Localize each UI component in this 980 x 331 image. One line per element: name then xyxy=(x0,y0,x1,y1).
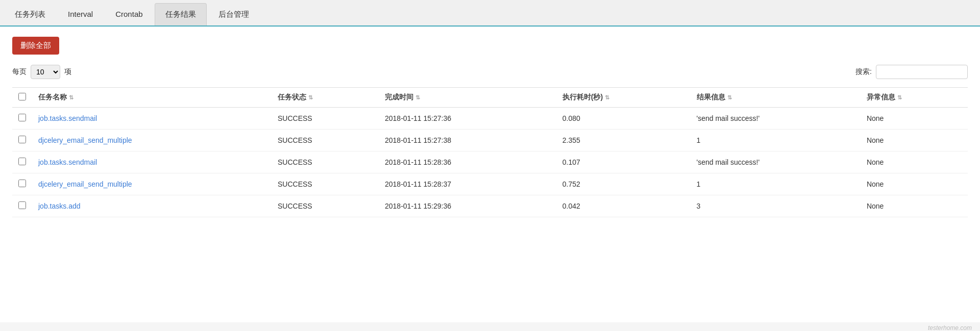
main-content: 删除全部 每页 102550100 项 搜索: 任务名称⇅任务状态⇅完成时间⇅执… xyxy=(0,27,980,322)
table-row: djcelery_email_send_multipleSUCCESS2018-… xyxy=(12,130,968,151)
row-checkbox-3[interactable] xyxy=(18,180,26,187)
table-row: job.tasks.addSUCCESS2018-01-11 15:29:360… xyxy=(12,195,968,217)
search-label: 搜索: xyxy=(855,67,872,77)
row-checkbox-4[interactable] xyxy=(18,201,26,209)
exception-info-1: None xyxy=(861,130,968,151)
exec-duration-0: 0.080 xyxy=(556,108,691,130)
col-header-exception-info[interactable]: 异常信息⇅ xyxy=(861,88,968,108)
exec-duration-2: 0.107 xyxy=(556,151,691,173)
sort-icon-exception-info[interactable]: ⇅ xyxy=(897,94,902,101)
result-info-4: 3 xyxy=(691,195,861,217)
row-checkbox-2[interactable] xyxy=(18,158,26,165)
sort-icon-task-status[interactable]: ⇅ xyxy=(308,94,313,101)
complete-time-1: 2018-01-11 15:27:38 xyxy=(379,130,556,151)
complete-time-0: 2018-01-11 15:27:36 xyxy=(379,108,556,130)
search-input[interactable] xyxy=(876,65,968,79)
col-header-checkbox xyxy=(12,88,32,108)
results-table: 任务名称⇅任务状态⇅完成时间⇅执行耗时(秒)⇅结果信息⇅异常信息⇅ job.ta… xyxy=(12,87,968,217)
exception-info-0: None xyxy=(861,108,968,130)
sort-icon-task-name[interactable]: ⇅ xyxy=(69,94,74,101)
per-page-select[interactable]: 102550100 xyxy=(31,65,60,79)
exception-info-2: None xyxy=(861,151,968,173)
task-name-link-2[interactable]: job.tasks.sendmail xyxy=(38,158,97,166)
result-info-0: 'send mail success!' xyxy=(691,108,861,130)
col-header-task-name[interactable]: 任务名称⇅ xyxy=(32,88,272,108)
table-body: job.tasks.sendmailSUCCESS2018-01-11 15:2… xyxy=(12,108,968,217)
col-header-result-info[interactable]: 结果信息⇅ xyxy=(691,88,861,108)
table-row: job.tasks.sendmailSUCCESS2018-01-11 15:2… xyxy=(12,108,968,130)
exec-duration-1: 2.355 xyxy=(556,130,691,151)
exception-info-3: None xyxy=(861,173,968,195)
row-checkbox-0[interactable] xyxy=(18,114,26,121)
complete-time-4: 2018-01-11 15:29:36 xyxy=(379,195,556,217)
col-header-complete-time[interactable]: 完成时间⇅ xyxy=(379,88,556,108)
complete-time-3: 2018-01-11 15:28:37 xyxy=(379,173,556,195)
exception-info-4: None xyxy=(861,195,968,217)
row-checkbox-1[interactable] xyxy=(18,136,26,143)
task-status-2: SUCCESS xyxy=(272,151,379,173)
per-page-suffix: 项 xyxy=(64,67,71,77)
table-row: djcelery_email_send_multipleSUCCESS2018-… xyxy=(12,173,968,195)
table-row: job.tasks.sendmailSUCCESS2018-01-11 15:2… xyxy=(12,151,968,173)
exec-duration-3: 0.752 xyxy=(556,173,691,195)
task-name-link-4[interactable]: job.tasks.add xyxy=(38,202,81,210)
task-name-link-1[interactable]: djcelery_email_send_multiple xyxy=(38,136,132,144)
controls-row: 每页 102550100 项 搜索: xyxy=(12,65,968,79)
task-status-1: SUCCESS xyxy=(272,130,379,151)
task-status-0: SUCCESS xyxy=(272,108,379,130)
tab-task-list[interactable]: 任务列表 xyxy=(4,3,56,26)
result-info-1: 1 xyxy=(691,130,861,151)
col-header-exec-duration[interactable]: 执行耗时(秒)⇅ xyxy=(556,88,691,108)
tab-bar: 任务列表IntervalCrontab任务结果后台管理 xyxy=(0,0,980,27)
watermark: testerhome.com xyxy=(0,322,980,331)
task-status-3: SUCCESS xyxy=(272,173,379,195)
tab-backend-mgmt[interactable]: 后台管理 xyxy=(208,3,260,26)
sort-icon-exec-duration[interactable]: ⇅ xyxy=(605,94,609,101)
sort-icon-complete-time[interactable]: ⇅ xyxy=(415,94,420,101)
delete-all-button[interactable]: 删除全部 xyxy=(12,37,59,55)
task-status-4: SUCCESS xyxy=(272,195,379,217)
complete-time-2: 2018-01-11 15:28:36 xyxy=(379,151,556,173)
sort-icon-result-info[interactable]: ⇅ xyxy=(727,94,732,101)
tab-crontab[interactable]: Crontab xyxy=(105,3,153,26)
tab-interval[interactable]: Interval xyxy=(57,3,104,26)
col-header-task-status[interactable]: 任务状态⇅ xyxy=(272,88,379,108)
task-name-link-3[interactable]: djcelery_email_send_multiple xyxy=(38,180,132,188)
result-info-3: 1 xyxy=(691,173,861,195)
result-info-2: 'send mail success!' xyxy=(691,151,861,173)
tab-task-result[interactable]: 任务结果 xyxy=(155,3,207,26)
select-all-checkbox[interactable] xyxy=(18,93,26,100)
exec-duration-4: 0.042 xyxy=(556,195,691,217)
task-name-link-0[interactable]: job.tasks.sendmail xyxy=(38,114,97,122)
table-header-row: 任务名称⇅任务状态⇅完成时间⇅执行耗时(秒)⇅结果信息⇅异常信息⇅ xyxy=(12,88,968,108)
per-page-prefix: 每页 xyxy=(12,67,27,77)
per-page-control: 每页 102550100 项 xyxy=(12,65,71,79)
search-row: 搜索: xyxy=(855,65,968,79)
